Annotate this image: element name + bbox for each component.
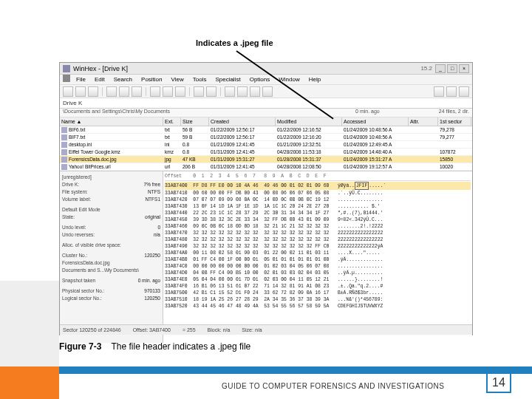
jfif-marker: JFIF: [355, 182, 369, 190]
column-header[interactable]: Accessed: [342, 117, 409, 126]
hex-row[interactable]: 33AB74E0 05 04 04 00 00 01 7D 01 02 03 0…: [165, 276, 471, 283]
tool-paste-icon[interactable]: [132, 86, 142, 97]
column-header[interactable]: Size: [181, 117, 209, 126]
tool-help-icon[interactable]: [262, 86, 273, 97]
detail-row: Drive K:7% free: [62, 181, 160, 188]
tool-win-min-icon[interactable]: [434, 86, 444, 97]
status-offset-value: 3AB7400: [149, 327, 171, 332]
hex-row[interactable]: 33AB74A0 00 11 08 02 58 01 90 03 01 22 0…: [165, 250, 471, 256]
file-row[interactable]: Eiffel Tower Google.kmzkmz0.801/31/2009 …: [60, 149, 472, 156]
toolbar: [60, 85, 472, 98]
hex-row[interactable]: 33AB7500 42 B1 C1 15 52 D1 F0 24 33 62 7…: [165, 290, 471, 296]
column-header[interactable]: Created: [209, 117, 276, 126]
tool-options-icon[interactable]: [250, 86, 260, 97]
menu-tools[interactable]: Tools: [188, 75, 211, 84]
menu-specialist[interactable]: Specialist: [211, 75, 245, 84]
drive-label: Drive K: [63, 100, 82, 106]
status-offset-label: Offset:: [133, 327, 149, 332]
figure-caption: Figure 7-3 The file header indicates a .…: [59, 341, 250, 352]
annotation-text: Indicates a .jpeg file: [196, 38, 273, 47]
snapshot-age: 0 min. ago: [355, 109, 380, 117]
tool-open-icon[interactable]: [63, 86, 73, 97]
hex-row[interactable]: 33AB7480 32 32 32 32 32 32 32 32 32 32 3…: [165, 236, 471, 243]
file-count: 24 files, 2 dir.: [439, 109, 469, 117]
details-panel: [unregistered]Drive K:7% freeFile system…: [60, 171, 163, 343]
column-header[interactable]: 1st sector: [438, 117, 471, 126]
hex-row[interactable]: 33AB7470 32 32 32 32 32 32 32 32 32 32 3…: [165, 230, 471, 236]
hex-row[interactable]: 33AB74C0 00 00 00 00 00 00 00 00 01 02 0…: [165, 263, 471, 270]
hex-row[interactable]: 33AB7420 07 07 07 09 09 08 0A 0C 14 0D 0…: [165, 197, 471, 203]
status-sector: Sector 120250 of 224846: [63, 327, 121, 332]
detail-row: Undo reverses:n/a: [62, 231, 160, 238]
tool-win-max-icon[interactable]: [446, 86, 457, 97]
tool-block-icon[interactable]: [163, 86, 173, 97]
close-button[interactable]: ×: [459, 64, 469, 73]
menu-options[interactable]: Options: [245, 75, 275, 84]
file-row[interactable]: Yahoo! BitPrices.urlurl206 B01/31/2009 1…: [60, 163, 472, 171]
tool-cut-icon[interactable]: [150, 86, 160, 97]
detail-row: File system:NTFS: [62, 188, 160, 195]
menu-position[interactable]: Position: [137, 75, 166, 84]
hex-header: Offset 0 1 2 3 4 5 6 7 8 9 A B C D E F: [165, 173, 471, 181]
tool-copy-icon[interactable]: [119, 86, 129, 97]
detail-row: Logical sector No.:120250: [62, 295, 160, 301]
detail-row: Volume label:NTFS1: [62, 196, 160, 202]
hex-row[interactable]: 33AB74F0 16 B1 06 13 51 61 07 22 71 14 3…: [165, 283, 471, 290]
hex-row[interactable]: 33AB7460 09 0C 0B 0C 18 0D 0D 18 32 21 1…: [165, 223, 471, 230]
tool-save-icon[interactable]: [75, 86, 86, 97]
tool-find-icon[interactable]: [175, 86, 185, 97]
hex-row[interactable]: 33AB7400 FF D8 FF E0 00 10 4A 46 49 46 0…: [165, 182, 471, 190]
status-block-value: n/a: [223, 327, 231, 332]
tool-win-close-icon[interactable]: [459, 86, 469, 97]
detail-row: Cluster No.:120250: [62, 252, 160, 259]
hex-row[interactable]: 33AB7520 43 44 45 46 47 48 49 4A 53 54 5…: [165, 303, 471, 310]
menu-view[interactable]: View: [167, 75, 188, 84]
menubar: FileEditSearchPositionViewToolsSpecialis…: [60, 75, 472, 85]
hex-row[interactable]: 33AB74D0 04 0B FF C4 00 B5 10 00 02 01 0…: [165, 270, 471, 276]
detail-row: Physical sector No.:970133: [62, 287, 160, 294]
page-number: 14: [486, 372, 511, 393]
maximize-button[interactable]: □: [447, 64, 457, 73]
hex-row[interactable]: 33AB7410 00 60 00 00 FF DB 00 43 00 08 0…: [165, 190, 471, 197]
minimize-button[interactable]: _: [435, 64, 446, 73]
hex-row[interactable]: 33AB7430 13 0F 14 1D 1A 1F 1E 1D 1A 1C 1…: [165, 203, 471, 210]
file-listing: Name ▲Ext.SizeCreatedModifiedAccessedAtt…: [60, 117, 472, 171]
menu-search[interactable]: Search: [109, 75, 137, 84]
file-row[interactable]: ForensicsData.doc.jpgjpg47 KB01/31/2009 …: [60, 156, 472, 163]
status-block-label: Block:: [208, 327, 222, 332]
slide-left-accent: [0, 281, 59, 369]
menu-file[interactable]: File: [72, 75, 90, 84]
column-header[interactable]: Name ▲: [60, 117, 163, 126]
file-row[interactable]: BIF7.txttxt59 B01/22/2009 12:56:1701/22/…: [60, 134, 472, 141]
tool-calc-icon[interactable]: [237, 86, 248, 97]
hex-row[interactable]: 33AB7440 22 2C 23 1C 1C 28 37 29 2C 30 3…: [165, 210, 471, 216]
detail-row: Documents and S...\My Documents\: [62, 267, 160, 273]
figure-number: Figure 7-3: [59, 341, 101, 352]
column-header[interactable]: Ext.: [163, 117, 181, 126]
hex-row[interactable]: 33AB7490 32 32 32 32 32 32 32 32 32 32 3…: [165, 243, 471, 250]
file-row[interactable]: BIF6.txttxt56 B01/22/2009 12:56:1701/22/…: [60, 126, 472, 134]
tool-back-icon[interactable]: [194, 86, 204, 97]
file-icon: [61, 149, 67, 155]
winhex-window: WinHex - [Drive K] 15.2 _ □ × FileEditSe…: [59, 62, 473, 335]
tool-new-icon[interactable]: [106, 86, 117, 97]
menu-edit[interactable]: Edit: [90, 75, 109, 84]
tool-print-icon[interactable]: [88, 86, 98, 97]
file-header-row: Name ▲Ext.SizeCreatedModifiedAccessedAtt…: [60, 117, 472, 126]
hex-row[interactable]: 33AB7450 39 3D 38 32 3C 2E 33 34 32 FF D…: [165, 216, 471, 223]
hex-viewer[interactable]: Offset 0 1 2 3 4 5 6 7 8 9 A B C D E F 3…: [163, 171, 472, 343]
file-icon: [61, 134, 67, 140]
status-size-value: n/a: [255, 327, 262, 332]
tool-goto-icon[interactable]: [225, 86, 235, 97]
menu-help[interactable]: Help: [304, 75, 325, 84]
file-row[interactable]: desktop.iniini0.801/21/2009 12:41:4501/2…: [60, 141, 472, 149]
figure-text: The file header indicates a .jpeg file: [111, 341, 250, 352]
window-title: WinHex - [Drive K]: [73, 65, 420, 72]
file-icon: [61, 127, 67, 133]
tool-fwd-icon[interactable]: [206, 86, 216, 97]
file-icon: [61, 142, 67, 148]
column-header[interactable]: Attr.: [409, 117, 438, 126]
hex-row[interactable]: 33AB74B0 01 FF C4 00 1F 00 00 01 05 01 0…: [165, 256, 471, 263]
statusbar: Sector 120250 of 224846 Offset: 3AB7400 …: [60, 324, 472, 335]
hex-row[interactable]: 33AB7510 18 19 1A 25 26 27 28 29 2A 34 3…: [165, 296, 471, 303]
